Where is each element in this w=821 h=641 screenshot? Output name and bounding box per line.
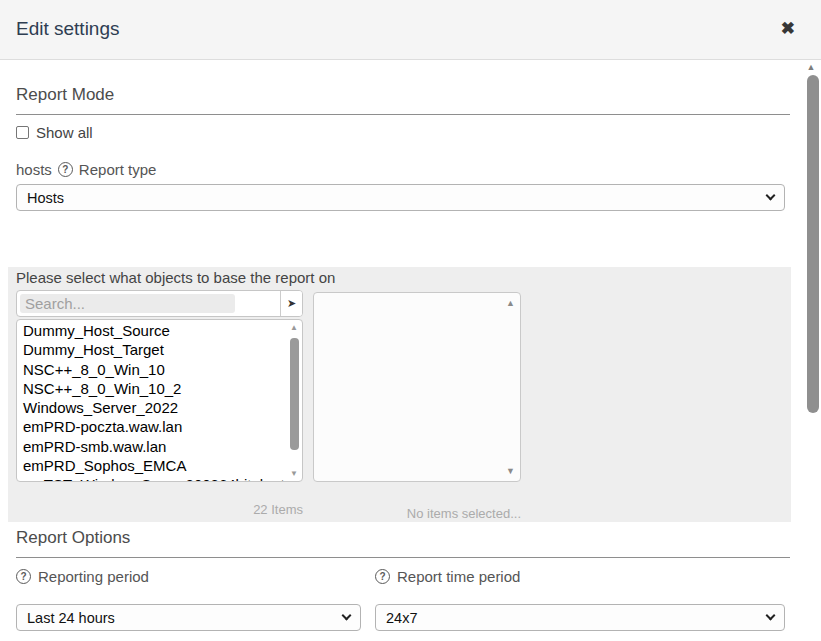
list-scrollbar-thumb[interactable] [290,338,299,450]
report-type-label-row: hosts ? Report type [16,161,156,178]
list-item[interactable]: NSC++_8_0_Win_10_2 [23,379,302,398]
show-all-checkbox[interactable] [16,126,29,139]
list-item[interactable]: Dummy_Host_Target [23,340,302,359]
chevron-down-icon [342,611,352,621]
list-item[interactable]: emTST_WindowsServer200864bit_karty [23,475,302,482]
chevron-down-icon [766,611,776,621]
object-picker-panel: Please select what objects to base the r… [8,267,791,522]
time-period-selected-value: 24x7 [386,610,417,626]
help-icon[interactable]: ? [58,162,73,177]
reporting-period-label-row: ? Reporting period [16,568,149,585]
scroll-up-icon[interactable]: ▲ [801,62,821,72]
available-objects-list[interactable]: Dummy_Host_SourceDummy_Host_TargetNSC++_… [16,319,303,482]
reporting-period-selected-value: Last 24 hours [27,610,115,626]
scroll-down-icon[interactable]: ▼ [506,466,515,476]
report-type-label: Report type [79,161,157,178]
reporting-period-select[interactable]: Last 24 hours [16,604,361,631]
close-icon[interactable]: ✖ [781,20,795,37]
scroll-down-icon[interactable]: ▼ [288,469,300,478]
report-mode-heading: Report Mode [16,85,790,115]
list-item[interactable]: NSC++_8_0_Win_10 [23,360,302,379]
list-scrollbar: ▲ ▼ [288,322,300,479]
report-type-selected-value: Hosts [27,190,64,206]
list-item[interactable]: emPRD-smb.waw.lan [23,437,302,456]
selected-objects-list[interactable]: ▲ ▼ [313,292,521,482]
list-item[interactable]: emPRD-poczta.waw.lan [23,417,302,436]
chevron-down-icon [766,191,776,201]
time-period-select[interactable]: 24x7 [375,604,785,631]
modal-title: Edit settings [16,18,120,40]
object-search: ➤ [16,290,303,317]
modal-header: Edit settings ✖ [0,0,821,60]
page-scrollbar-thumb[interactable] [807,75,819,413]
page-scrollbar[interactable]: ▲ [801,60,821,641]
help-icon[interactable]: ? [16,569,31,584]
report-type-prefix: hosts [16,161,52,178]
object-picker-prompt: Please select what objects to base the r… [16,269,335,286]
list-item[interactable]: Dummy_Host_Source [23,321,302,340]
search-input[interactable] [17,291,280,316]
report-options-heading: Report Options [16,528,790,558]
list-item[interactable]: Windows_Server_2022 [23,398,302,417]
items-count: 22 Items [16,502,303,517]
show-all-row: Show all [16,124,93,141]
reporting-period-label: Reporting period [38,568,149,585]
list-item[interactable]: emPRD_Sophos_EMCA [23,456,302,475]
scroll-up-icon[interactable]: ▲ [506,298,515,308]
report-type-select[interactable]: Hosts [16,184,785,211]
show-all-label: Show all [36,124,93,141]
edit-settings-modal: Edit settings ✖ Report Mode Show all hos… [0,0,821,641]
time-period-label-row: ? Report time period [375,568,520,585]
help-icon[interactable]: ? [375,569,390,584]
search-submit-icon[interactable]: ➤ [280,291,302,316]
scroll-up-icon[interactable]: ▲ [288,323,300,332]
time-period-label: Report time period [397,568,520,585]
no-selection-label: No items selected... [313,506,521,521]
